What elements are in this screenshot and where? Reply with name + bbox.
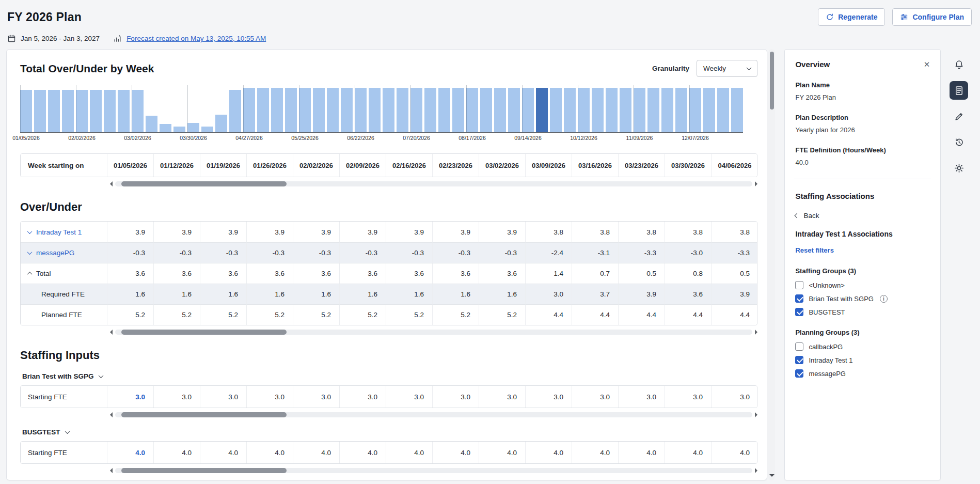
chart-bar[interactable] bbox=[424, 88, 436, 132]
notifications-button[interactable] bbox=[950, 55, 968, 74]
chart-bar[interactable] bbox=[438, 88, 450, 132]
chart-bar[interactable] bbox=[522, 88, 534, 132]
row-label-messagepg[interactable]: messagePG bbox=[21, 242, 107, 263]
chart-bar[interactable] bbox=[564, 88, 576, 132]
chart-bar[interactable] bbox=[104, 90, 116, 132]
checkbox-checked[interactable] bbox=[795, 369, 803, 378]
checkbox-checked[interactable] bbox=[795, 308, 803, 316]
vertical-scrollbar[interactable] bbox=[768, 49, 776, 480]
checkbox-checked[interactable] bbox=[795, 356, 803, 364]
scrollbar-track[interactable] bbox=[115, 330, 752, 335]
chart-bar[interactable] bbox=[661, 88, 673, 132]
history-button[interactable] bbox=[950, 133, 968, 151]
starting-fte-cell[interactable]: 4.0 bbox=[107, 442, 154, 463]
checkbox-row[interactable]: Intraday Test 1 bbox=[795, 356, 930, 364]
chart-bar[interactable] bbox=[20, 90, 32, 132]
scroll-right-arrow[interactable] bbox=[755, 181, 757, 186]
chart-bar[interactable] bbox=[285, 88, 297, 132]
checkbox-row[interactable]: Brian Test with SGPGi bbox=[795, 294, 930, 303]
scrollbar-track[interactable] bbox=[115, 468, 752, 473]
chart-bar[interactable] bbox=[397, 88, 408, 132]
chart-bar[interactable] bbox=[48, 90, 60, 132]
chart-bar[interactable] bbox=[271, 88, 283, 132]
chart-bar[interactable] bbox=[647, 88, 659, 132]
scrollbar-thumb[interactable] bbox=[121, 468, 287, 473]
scroll-right-arrow[interactable] bbox=[755, 330, 757, 335]
chart-bar[interactable] bbox=[606, 88, 618, 132]
chart-bar[interactable] bbox=[634, 88, 645, 132]
checkbox-row[interactable]: callbackPG bbox=[795, 342, 930, 351]
chart-bar[interactable] bbox=[675, 88, 687, 132]
horizontal-scrollbar[interactable] bbox=[110, 181, 757, 187]
info-icon[interactable]: i bbox=[880, 295, 888, 303]
row-label-total[interactable]: Total bbox=[21, 263, 107, 284]
staffing-group-toggle[interactable]: Brian Test with SGPG bbox=[22, 372, 753, 380]
chart-bar[interactable] bbox=[480, 88, 492, 132]
chart-bar[interactable] bbox=[257, 88, 269, 132]
staffing-group-toggle[interactable]: BUSGTEST bbox=[22, 428, 753, 436]
reset-filters-link[interactable]: Reset filters bbox=[795, 246, 833, 254]
chart-bar[interactable] bbox=[299, 88, 311, 132]
chart-bar[interactable] bbox=[327, 88, 339, 132]
row-label-intraday-test-1[interactable]: Intraday Test 1 bbox=[21, 222, 107, 242]
chart-bar[interactable] bbox=[90, 90, 102, 132]
chart-bar[interactable] bbox=[201, 127, 213, 132]
chart-bar[interactable] bbox=[383, 88, 394, 132]
chart-bar[interactable] bbox=[355, 88, 367, 132]
horizontal-scrollbar[interactable] bbox=[110, 329, 757, 335]
scroll-left-arrow[interactable] bbox=[110, 468, 113, 473]
chart-bar[interactable] bbox=[62, 90, 74, 132]
vertical-scrollbar-thumb[interactable] bbox=[770, 52, 774, 110]
chart-bar[interactable] bbox=[146, 116, 157, 132]
chart-bar[interactable] bbox=[731, 88, 743, 132]
chart-bar[interactable] bbox=[160, 124, 171, 132]
granularity-select[interactable]: Weekly bbox=[697, 60, 757, 77]
checkbox-row[interactable]: <Unknown> bbox=[795, 281, 930, 289]
chart-bar[interactable] bbox=[620, 88, 631, 132]
chart-bar[interactable] bbox=[229, 90, 241, 132]
checkbox-unchecked[interactable] bbox=[795, 342, 803, 351]
horizontal-scrollbar[interactable] bbox=[110, 467, 757, 474]
chart-bar[interactable] bbox=[215, 115, 227, 132]
chart-bar-selected[interactable] bbox=[536, 88, 548, 132]
scroll-left-arrow[interactable] bbox=[110, 412, 113, 417]
forecast-created-link[interactable]: Forecast created on May 13, 2025, 10:55 … bbox=[127, 35, 266, 42]
scroll-left-arrow[interactable] bbox=[110, 181, 113, 186]
chart-bar[interactable] bbox=[550, 88, 562, 132]
edit-button[interactable] bbox=[950, 107, 968, 126]
chart-bar[interactable] bbox=[341, 88, 353, 132]
chart-bar[interactable] bbox=[118, 90, 130, 132]
scrollbar-track[interactable] bbox=[115, 181, 752, 186]
settings-button[interactable] bbox=[950, 159, 968, 177]
scroll-left-arrow[interactable] bbox=[110, 330, 113, 335]
back-button[interactable]: Back bbox=[795, 212, 930, 220]
plan-summary-button[interactable] bbox=[950, 81, 968, 100]
checkbox-row[interactable]: messagePG bbox=[795, 369, 930, 378]
scroll-down-arrow[interactable] bbox=[769, 474, 774, 477]
starting-fte-cell[interactable]: 3.0 bbox=[107, 386, 154, 408]
chart-bar[interactable] bbox=[34, 90, 46, 132]
chart-bar[interactable] bbox=[410, 88, 422, 132]
chart-bar[interactable] bbox=[369, 88, 381, 132]
chart-bar[interactable] bbox=[173, 127, 185, 132]
chart-bar[interactable] bbox=[689, 88, 701, 132]
scrollbar-thumb[interactable] bbox=[121, 181, 287, 186]
chart-bar[interactable] bbox=[508, 88, 520, 132]
checkbox-checked[interactable] bbox=[795, 294, 803, 303]
configure-plan-button[interactable]: Configure Plan bbox=[892, 8, 972, 26]
close-icon[interactable]: ✕ bbox=[924, 60, 930, 68]
chart-bar[interactable] bbox=[76, 90, 88, 132]
horizontal-scrollbar[interactable] bbox=[110, 412, 757, 418]
chart-bar[interactable] bbox=[717, 88, 729, 132]
chart-bar[interactable] bbox=[452, 88, 464, 132]
chart-bar[interactable] bbox=[132, 90, 144, 132]
chart-bar[interactable] bbox=[313, 88, 325, 132]
chart-bar[interactable] bbox=[578, 88, 590, 132]
checkbox-unchecked[interactable] bbox=[795, 281, 803, 289]
scrollbar-track[interactable] bbox=[115, 412, 752, 417]
chart-bar[interactable] bbox=[592, 88, 604, 132]
chart-bar[interactable] bbox=[466, 88, 478, 132]
chart-bar[interactable] bbox=[703, 88, 715, 132]
scroll-right-arrow[interactable] bbox=[755, 468, 757, 473]
chart-bar[interactable] bbox=[243, 88, 255, 132]
